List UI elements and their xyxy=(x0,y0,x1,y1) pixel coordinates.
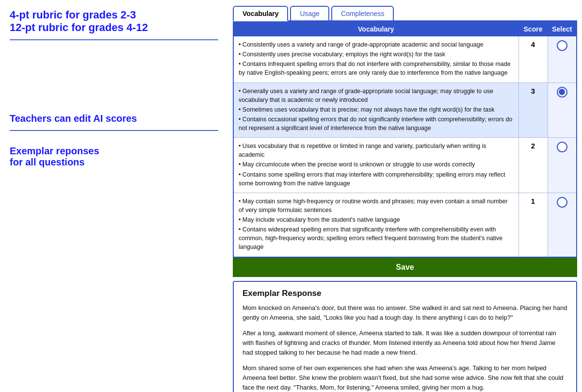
table-header-row: Vocabulary Score Select xyxy=(233,22,577,36)
exemplar-paragraph: Mom knocked on Ameena's door, but there … xyxy=(242,303,567,323)
header-vocab: Vocabulary xyxy=(233,22,518,36)
radio-button[interactable] xyxy=(557,142,567,152)
rubric-table: Vocabulary Score Select Consistently use… xyxy=(233,21,577,258)
left-panel: 4-pt rubric for grades 2-3 12-pt rubric … xyxy=(0,0,228,177)
select-cell[interactable] xyxy=(548,82,577,138)
exemplar-label: Exemplar reponses for all questions xyxy=(10,146,218,168)
exemplar-title: Exemplar Response xyxy=(242,289,567,298)
divider-top xyxy=(10,39,218,40)
score-cell: 2 xyxy=(518,138,548,193)
save-button[interactable]: Save xyxy=(233,258,577,277)
score-cell: 4 xyxy=(518,36,548,83)
title-line2: 12-pt rubric for grades 4-12 xyxy=(10,21,218,34)
divider-mid xyxy=(10,130,218,131)
exemplar-paragraphs: Mom knocked on Ameena's door, but there … xyxy=(242,303,567,392)
select-cell[interactable] xyxy=(548,138,577,193)
radio-button[interactable] xyxy=(557,87,567,98)
desc-cell: Uses vocabulary that is repetitive or li… xyxy=(233,138,518,193)
header-select: Select xyxy=(548,22,577,36)
teachers-label: Teachers can edit AI scores xyxy=(10,113,218,124)
table-row: Uses vocabulary that is repetitive or li… xyxy=(233,138,577,193)
header-score: Score xyxy=(518,22,548,36)
score-cell: 3 xyxy=(518,82,548,138)
title-line1: 4-pt rubric for grades 2-3 xyxy=(10,9,218,21)
score-cell: 1 xyxy=(518,193,548,257)
exemplar-paragraph: Mom shared some of her own experiences s… xyxy=(242,363,567,392)
desc-cell: Consistently uses a variety and range of… xyxy=(233,36,518,83)
table-row: Consistently uses a variety and range of… xyxy=(233,36,577,83)
radio-button[interactable] xyxy=(557,40,567,51)
tabs-row: Vocabulary Usage Completeness xyxy=(233,5,577,21)
exemplar-paragraph: After a long, awkward moment of silence,… xyxy=(242,328,567,358)
exemplar-box: Exemplar Response Mom knocked on Ameena'… xyxy=(233,281,577,392)
tab-vocabulary[interactable]: Vocabulary xyxy=(233,6,288,21)
select-cell[interactable] xyxy=(548,193,577,257)
tab-completeness[interactable]: Completeness xyxy=(331,6,394,20)
right-panel: Vocabulary Usage Completeness Vocabulary… xyxy=(228,0,582,392)
tab-usage[interactable]: Usage xyxy=(290,6,329,20)
select-cell[interactable] xyxy=(548,36,577,83)
desc-cell: May contain some high-frequency or routi… xyxy=(233,193,518,257)
radio-button[interactable] xyxy=(557,197,567,208)
table-row: May contain some high-frequency or routi… xyxy=(233,193,577,257)
desc-cell: Generally uses a variety and range of gr… xyxy=(233,82,518,138)
table-row: Generally uses a variety and range of gr… xyxy=(233,82,577,138)
